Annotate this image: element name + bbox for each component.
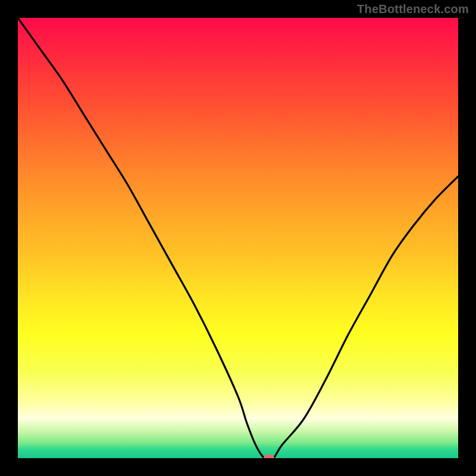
bottleneck-curve [18,18,458,458]
watermark-text: TheBottleneck.com [357,2,469,16]
plot-area [18,18,458,458]
chart-frame: TheBottleneck.com [0,0,476,476]
optimum-marker [264,455,274,458]
